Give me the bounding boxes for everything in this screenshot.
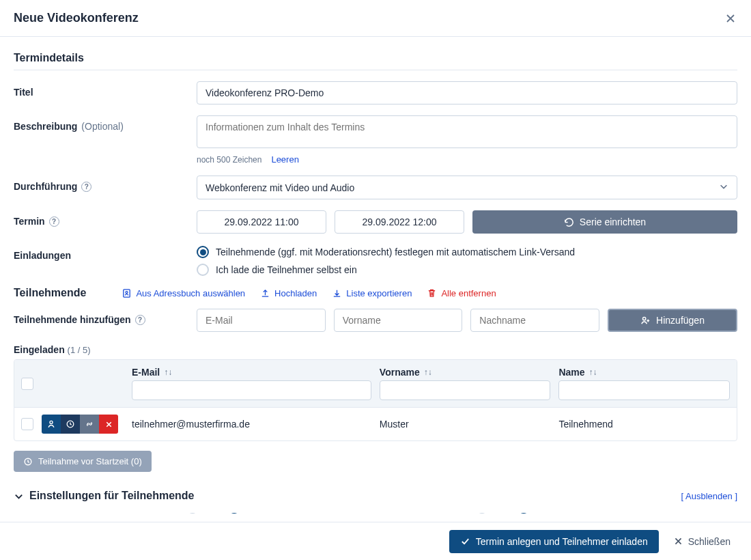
label-add-participant: Teilnehmende hinzufügen ? — [14, 309, 197, 325]
export-link[interactable]: Liste exportieren — [332, 288, 412, 298]
th-email-label: E-Mail — [132, 367, 160, 378]
participants-header: Teilnehmende Aus Adressbuch auswählen Ho… — [14, 287, 737, 299]
cell-lastname: Teilnehmend — [558, 419, 730, 430]
filter-firstname-input[interactable] — [380, 380, 551, 400]
invite-option-self-label: Ich lade die Teilnehmer selbst ein — [216, 264, 357, 275]
help-icon[interactable]: ? — [135, 315, 145, 325]
label-termin-text: Termin — [14, 216, 45, 227]
table-header: E-Mail ↑↓ Vorname ↑↓ Name ↑↓ — [14, 360, 737, 407]
row-time-button[interactable] — [61, 415, 80, 434]
notify-no[interactable]: Nein — [228, 513, 266, 514]
chevron-down-icon — [719, 182, 728, 193]
add-email-input[interactable] — [197, 309, 326, 332]
modal-header: Neue Videokonferenz — [0, 0, 751, 37]
clear-link[interactable]: Leeren — [271, 154, 298, 165]
add-firstname-input[interactable] — [334, 309, 463, 332]
th-email[interactable]: E-Mail ↑↓ — [132, 367, 371, 378]
add-lastname-input[interactable] — [470, 309, 599, 332]
addressbook-icon — [122, 288, 132, 298]
invited-heading: Eingeladen (1 / 5) — [14, 344, 737, 355]
row-delete-button[interactable] — [99, 415, 118, 434]
start-datetime-input[interactable]: 29.09.2022 11:00 — [197, 210, 326, 234]
export-label: Liste exportieren — [346, 288, 412, 298]
row-checkbox[interactable] — [21, 418, 33, 430]
submit-button[interactable]: Termin anlegen und Teilnehmer einladen — [449, 530, 659, 553]
modal-title: Neue Videokonferenz — [14, 11, 139, 25]
addressbook-link[interactable]: Aus Adressbuch auswählen — [122, 288, 245, 298]
table-row: teilnehmer@musterfirma.de Muster Teilneh… — [14, 407, 737, 440]
th-firstname-label: Vorname — [380, 367, 420, 378]
user-icon — [46, 419, 56, 429]
x-icon — [104, 420, 113, 429]
modal-footer: Termin anlegen und Teilnehmer einladen S… — [0, 522, 751, 560]
label-beschreibung: Beschreibung (Optional) — [14, 115, 197, 132]
label-termin: Termin ? — [14, 210, 197, 227]
radio-icon — [197, 264, 209, 276]
hide-link[interactable]: [ Ausblenden ] — [681, 491, 737, 501]
addressbook-label: Aus Adressbuch auswählen — [136, 288, 245, 298]
th-firstname[interactable]: Vorname ↑↓ — [380, 367, 551, 378]
invited-label-text: Eingeladen — [14, 344, 65, 355]
submit-label: Termin anlegen und Teilnehmer einladen — [476, 536, 648, 547]
help-icon[interactable]: ? — [81, 182, 91, 192]
series-button[interactable]: Serie einrichten — [472, 210, 737, 234]
svg-point-1 — [126, 291, 128, 293]
clock-icon — [23, 457, 33, 466]
download-icon — [332, 288, 342, 298]
remove-all-link[interactable]: Alle entfernen — [427, 288, 496, 298]
label-beschreibung-text: Beschreibung — [14, 121, 77, 132]
row-link-button[interactable] — [80, 415, 99, 434]
radio-icon — [228, 513, 240, 514]
radio-icon — [518, 513, 530, 514]
label-durchfuehrung: Durchführung ? — [14, 176, 197, 192]
cell-firstname: Muster — [380, 419, 551, 430]
label-einladungen: Einladungen — [14, 244, 197, 261]
radio-icon — [476, 513, 488, 514]
char-counter: noch 500 Zeichen — [197, 155, 261, 165]
th-name[interactable]: Name ↑↓ — [558, 367, 730, 378]
trash-icon — [427, 288, 437, 298]
sort-icon: ↑↓ — [164, 367, 172, 377]
upload-icon — [260, 288, 270, 298]
close-label: Schließen — [688, 536, 731, 547]
radio-icon — [197, 246, 209, 258]
check-icon — [460, 536, 470, 546]
feedback-no[interactable]: Nein — [518, 513, 555, 514]
remove-all-label: Alle entfernen — [441, 288, 496, 298]
link-icon — [85, 419, 94, 429]
svg-point-3 — [50, 421, 53, 423]
select-all-checkbox[interactable] — [21, 378, 33, 390]
close-button[interactable]: Schließen — [667, 530, 737, 553]
filter-name-input[interactable] — [558, 380, 730, 400]
invited-count: (1 / 5) — [68, 345, 91, 355]
sort-icon: ↑↓ — [589, 367, 597, 377]
settings-collapse-toggle[interactable]: Einstellungen für Teilnehmende — [14, 490, 195, 502]
series-button-label: Serie einrichten — [580, 216, 646, 227]
pre-start-button[interactable]: Teilnahme vor Startzeit (0) — [14, 451, 152, 472]
settings-title: Einstellungen für Teilnehmende — [29, 490, 195, 502]
invite-option-auto-label: Teilnehmende (ggf. mit Moderationsrecht)… — [216, 247, 575, 257]
svg-point-2 — [643, 317, 646, 320]
modal-content: Termindetails Titel Beschreibung (Option… — [0, 37, 751, 514]
end-datetime-input[interactable]: 29.09.2022 12:00 — [335, 210, 464, 234]
invite-option-self[interactable]: Ich lade die Teilnehmer selbst ein — [197, 264, 737, 276]
filter-email-input[interactable] — [132, 380, 371, 400]
mode-select[interactable]: Webkonferenz mit Video und Audio — [197, 176, 737, 199]
add-participant-button[interactable]: Hinzufügen — [608, 309, 737, 332]
label-optional: (Optional) — [81, 121, 123, 132]
description-textarea[interactable] — [197, 115, 737, 148]
label-titel: Titel — [14, 81, 197, 98]
close-icon[interactable] — [724, 12, 737, 25]
upload-link[interactable]: Hochladen — [260, 288, 317, 298]
label-add-participant-text: Teilnehmende hinzufügen — [14, 314, 131, 325]
title-input[interactable] — [197, 81, 737, 104]
pre-start-label: Teilnahme vor Startzeit (0) — [38, 456, 142, 466]
feedback-yes[interactable]: Ja — [476, 513, 504, 514]
row-moderator-button[interactable] — [42, 415, 61, 434]
help-icon[interactable]: ? — [49, 216, 59, 227]
refresh-icon — [564, 217, 574, 227]
notify-yes[interactable]: Ja — [186, 513, 214, 514]
invite-option-auto[interactable]: Teilnehmende (ggf. mit Moderationsrecht)… — [197, 246, 737, 258]
x-icon — [674, 537, 683, 546]
radio-icon — [186, 513, 199, 514]
